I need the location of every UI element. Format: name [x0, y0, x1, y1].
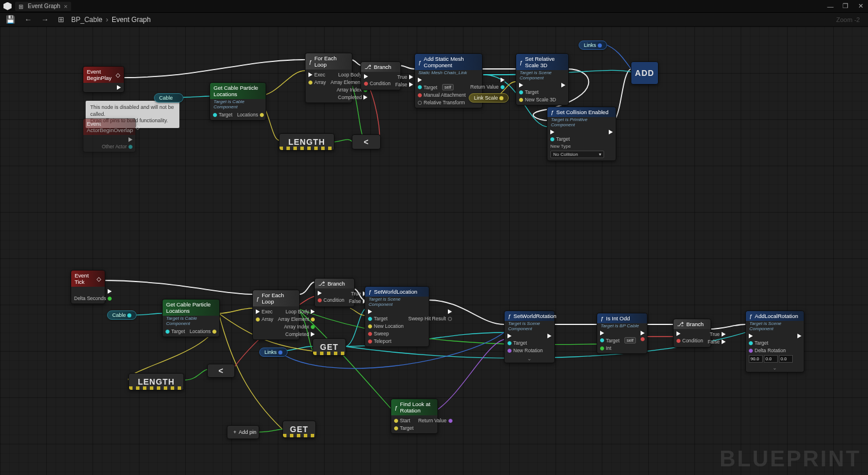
rot-z-input[interactable] — [779, 355, 793, 363]
tab-close-icon[interactable]: × — [64, 3, 67, 10]
ue-logo-icon — [3, 2, 12, 10]
rot-x-input[interactable] — [749, 355, 763, 363]
var-links-top[interactable]: Links — [579, 41, 607, 50]
var-cable[interactable]: Cable — [154, 93, 183, 103]
node-title: For Each Loop — [262, 292, 296, 305]
node-for-each-2[interactable]: ƒFor Each Loop Exec Array Loop Body Arra… — [252, 290, 300, 340]
plus-icon: + — [233, 429, 236, 435]
graph-icon: ⊞ — [19, 3, 24, 9]
breadcrumb-current: Event Graph — [112, 16, 150, 24]
node-actor-begin-overlap[interactable]: Event ActorBeginOverlap◇ Other Actor — [83, 118, 136, 152]
fn-icon: ƒ — [395, 404, 398, 411]
node-title: Branch — [374, 64, 391, 70]
var-cable-2[interactable]: Cable — [107, 310, 137, 320]
node-title: Branch — [686, 321, 704, 327]
node-title: Find Look at Rotation — [400, 401, 434, 414]
fn-icon: ƒ — [418, 59, 421, 65]
breadcrumb-bp[interactable]: BP_Cable — [71, 16, 102, 24]
chevron-down-icon[interactable]: ⌄ — [505, 356, 554, 363]
node-event-begin-play[interactable]: Event BeginPlay◇ — [83, 66, 124, 93]
node-get-particle-locations-2[interactable]: Get Cable Particle Locations Target is C… — [162, 299, 220, 337]
node-get-1[interactable]: GET — [312, 338, 346, 356]
node-get-particle-locations-1[interactable]: Get Cable Particle Locations Target is C… — [209, 82, 266, 120]
graph-mode-icon[interactable]: ⊞ — [56, 14, 67, 25]
node-title: Is Int Odd — [606, 315, 630, 321]
fn-icon: ƒ — [601, 315, 604, 321]
node-add-pin[interactable]: + Add pin — [227, 425, 259, 439]
node-title: Event Tick — [75, 272, 94, 285]
node-less-1[interactable]: < — [352, 134, 381, 149]
node-title: AddLocalRotation — [755, 313, 798, 319]
node-title: Event BeginPlay — [87, 68, 113, 81]
node-add-local-rotation[interactable]: ƒAddLocalRotation Target is Scene Compon… — [745, 310, 804, 372]
node-title: SetWorldRotation — [513, 313, 556, 319]
branch-icon: ⎇ — [365, 64, 372, 70]
node-less-2[interactable]: < — [207, 364, 235, 378]
chevron-down-icon[interactable]: ⌄ — [746, 365, 804, 372]
node-title: Event ActorBeginOverlap — [87, 120, 133, 133]
collision-type-dropdown[interactable]: No Collision▾ — [550, 151, 604, 158]
var-link-scale[interactable]: Link Scale — [469, 93, 509, 103]
nav-back[interactable]: ← — [22, 14, 34, 25]
window-minimize[interactable]: — — [823, 0, 838, 13]
branch-icon: ⎇ — [318, 280, 325, 287]
node-title: Get Cable Particle Locations — [214, 85, 262, 97]
breadcrumb: BP_Cable › Event Graph — [71, 16, 150, 24]
var-links-mid[interactable]: Links — [259, 348, 288, 357]
node-title: Get Cable Particle Locations — [166, 301, 216, 314]
node-get-2[interactable]: GET — [282, 421, 316, 438]
node-title: SetWorldLocation — [374, 288, 417, 295]
node-branch-2[interactable]: ⎇Branch Condition True False — [314, 278, 355, 307]
node-title: Set Collision Enabled — [556, 109, 608, 115]
node-set-collision-enabled[interactable]: ƒSet Collision Enabled Target is Primiti… — [547, 107, 616, 161]
node-set-relative-scale[interactable]: ƒSet Relative Scale 3D Target is Scene C… — [516, 53, 569, 105]
macro-icon: ƒ — [309, 59, 312, 65]
node-title: For Each Loop — [314, 55, 348, 68]
toolbar: 💾 ← → ⊞ BP_Cable › Event Graph Zoom -2 — [0, 13, 868, 27]
node-set-world-rotation[interactable]: ƒSetWorldRotation Target is Scene Compon… — [504, 310, 555, 363]
node-is-int-odd[interactable]: ƒIs Int Odd Target is BP Cable Target se… — [597, 313, 648, 354]
node-for-each-1[interactable]: ƒFor Each Loop Exec Array Loop Body Arra… — [305, 53, 352, 103]
fn-icon: ƒ — [551, 109, 554, 115]
graph-canvas[interactable]: Event BeginPlay◇ This node is disabled a… — [0, 27, 868, 475]
rot-y-input[interactable] — [764, 355, 778, 363]
node-title: Add Static Mesh Component — [424, 56, 479, 68]
titlebar: ⊞ Event Graph × — ❐ ✕ — [0, 0, 868, 13]
macro-icon: ƒ — [256, 295, 259, 302]
node-array-add[interactable]: ADD — [631, 61, 659, 85]
event-pin-icon: ◇ — [97, 276, 101, 282]
tab-event-graph[interactable]: ⊞ Event Graph × — [15, 2, 71, 11]
node-branch-1[interactable]: ⎇Branch Condition True False — [361, 61, 401, 90]
chevron-down-icon: ▾ — [599, 152, 601, 157]
zoom-label: Zoom -2 — [836, 16, 865, 23]
branch-icon: ⎇ — [677, 321, 684, 327]
fn-icon: ƒ — [508, 313, 511, 319]
fn-icon: ƒ — [369, 288, 372, 295]
window-maximize[interactable]: ❐ — [838, 0, 853, 13]
node-branch-3[interactable]: ⎇Branch Condition True False — [673, 319, 711, 348]
node-title: Branch — [328, 280, 345, 287]
fn-icon: ƒ — [520, 59, 523, 65]
window-close[interactable]: ✕ — [853, 0, 868, 13]
save-button[interactable]: 💾 — [3, 14, 17, 25]
node-length-1[interactable]: LENGTH — [279, 133, 334, 151]
tab-title: Event Graph — [28, 3, 60, 9]
node-length-2[interactable]: LENGTH — [128, 373, 184, 390]
event-pin-icon: ◇ — [116, 72, 120, 78]
fn-icon: ƒ — [749, 313, 752, 319]
nav-forward[interactable]: → — [39, 14, 51, 25]
node-event-tick[interactable]: Event Tick◇ Delta Seconds — [71, 270, 105, 304]
breadcrumb-sep-icon: › — [106, 16, 108, 24]
node-set-world-location[interactable]: ƒSetWorldLocation Target is Scene Compon… — [365, 286, 429, 347]
event-pin-icon: ◇ — [135, 124, 140, 130]
node-title: Set Relative Scale 3D — [525, 56, 565, 68]
watermark: BLUEPRINT — [720, 447, 861, 472]
node-find-look-at-rotation[interactable]: ƒFind Look at Rotation Start Target Retu… — [391, 399, 438, 434]
